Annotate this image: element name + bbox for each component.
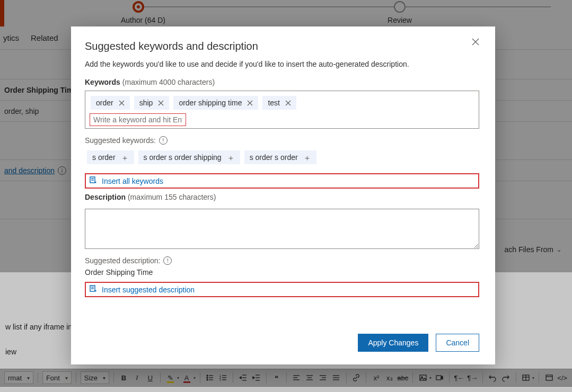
insert-icon (89, 176, 98, 186)
suggested-keyword-chip[interactable]: s order s order＋ (244, 150, 316, 164)
remove-chip-icon[interactable] (158, 100, 164, 106)
apply-changes-button[interactable]: Apply Changes (358, 334, 428, 352)
suggested-keyword-chip[interactable]: s order＋ (87, 150, 134, 164)
info-icon[interactable]: ! (159, 136, 168, 145)
close-icon (472, 38, 479, 46)
keyword-chip[interactable]: order shipping time (173, 96, 258, 110)
keyword-chip[interactable]: order (91, 96, 130, 110)
remove-chip-icon[interactable] (285, 100, 291, 106)
close-button[interactable] (472, 38, 482, 49)
suggested-description-label: Suggested description: ! (85, 256, 479, 265)
description-label: Description (maximum 155 characters) (85, 193, 479, 201)
insert-all-keywords-button[interactable]: Insert all keywords (85, 173, 479, 189)
remove-chip-icon[interactable] (119, 100, 125, 106)
add-chip-icon[interactable]: ＋ (227, 154, 235, 162)
suggested-description-value: Order Shipping Time (85, 268, 479, 277)
suggested-keyword-chip[interactable]: s order s order shipping＋ (138, 150, 240, 164)
modal-title: Suggested keywords and description (85, 40, 479, 52)
keyword-input-highlight (90, 113, 186, 126)
keyword-chip[interactable]: test (262, 96, 296, 110)
suggested-keywords-modal: Suggested keywords and description Add t… (71, 26, 495, 364)
add-chip-icon[interactable]: ＋ (303, 154, 311, 162)
cancel-button[interactable]: Cancel (436, 334, 479, 352)
insert-suggested-description-button[interactable]: Insert suggested description (85, 282, 479, 297)
keyword-chip[interactable]: ship (134, 96, 170, 110)
suggested-keywords-list: s order＋s order s order shipping＋s order… (85, 149, 479, 166)
description-textarea[interactable] (85, 209, 479, 249)
keywords-input-box[interactable]: ordershiporder shipping timetest (85, 91, 479, 129)
keywords-label: Keywords (maximum 4000 characters) (85, 78, 479, 86)
add-chip-icon[interactable]: ＋ (121, 154, 129, 162)
modal-overlay: Suggested keywords and description Add t… (0, 0, 572, 392)
suggested-keywords-label: Suggested keywords: ! (85, 136, 479, 145)
modal-subhead: Add the keywords you'd like to use and d… (85, 60, 479, 68)
remove-chip-icon[interactable] (247, 100, 253, 106)
keyword-input[interactable] (90, 114, 186, 126)
info-icon[interactable]: ! (163, 256, 172, 265)
modal-footer: Apply Changes Cancel (85, 323, 479, 352)
insert-icon (89, 284, 98, 295)
